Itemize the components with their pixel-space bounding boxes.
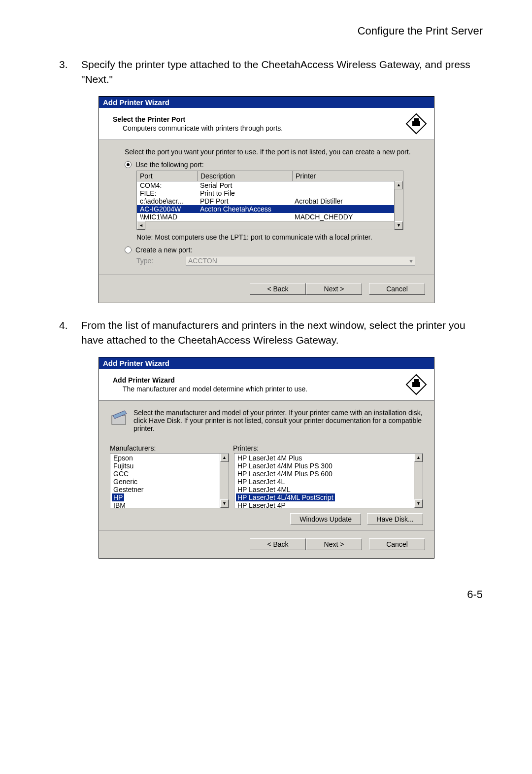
list-item[interactable]: Gestetner [110,486,229,493]
radio-use-label: Use the following port: [135,161,204,169]
back-button[interactable]: < Back [250,283,306,295]
list-item[interactable]: Fujitsu [110,462,229,470]
wizard-titlebar: Add Printer Wizard [99,357,434,369]
wizard-intro-text: Select the port you want your printer to… [125,148,415,156]
radio-selected-icon [125,161,132,168]
type-select: ACCTON ▾ [186,256,415,266]
scroll-down-icon[interactable]: ▼ [414,499,423,508]
printer-icon [405,374,427,395]
horizontal-scrollbar[interactable]: ◄ ► [137,221,403,230]
table-row[interactable]: COM4:Serial Port [137,181,403,189]
table-row[interactable]: c:\adobe\acr...PDF PortAcrobat Distiller [137,197,403,205]
col-printer[interactable]: Printer [293,171,403,181]
scroll-up-icon[interactable]: ▲ [220,454,229,462]
manufacturers-listbox[interactable]: EpsonFujitsuGCCGenericGestetnerHPIBM ▲ ▼ [110,453,229,508]
wizard-heading: Select the Printer Port [113,115,400,123]
type-value: ACCTON [188,257,217,265]
port-table-header: Port Description Printer [137,171,403,181]
scroll-up-icon[interactable]: ▲ [395,181,403,189]
svg-rect-2 [414,118,419,121]
page-number: 6-5 [59,588,483,601]
printer-icon [405,113,427,135]
add-printer-wizard-model: Add Printer Wizard Add Printer Wizard Th… [99,357,434,559]
step-3-text: Specify the printer type attached to the… [81,57,483,87]
page-title: Configure the Print Server [59,25,483,37]
radio-use-following-port[interactable]: Use the following port: [125,161,415,169]
scroll-left-icon[interactable]: ◄ [137,221,145,230]
list-item[interactable]: HP LaserJet 4L/4ML PostScript [234,493,423,501]
svg-rect-5 [414,379,419,382]
list-item[interactable]: Generic [110,478,229,486]
chevron-down-icon: ▾ [409,257,413,265]
vertical-scrollbar[interactable]: ▲ ▼ [220,454,229,508]
list-item[interactable]: HP LaserJet 4M Plus [234,454,423,462]
step-4-number: 4. [59,318,81,348]
radio-create-label: Create a new port: [135,246,192,254]
svg-rect-4 [412,382,420,387]
have-disk-button[interactable]: Have Disk... [367,513,423,525]
step-4-text: From the list of manufacturers and print… [81,318,483,348]
manufacturers-label: Manufacturers: [110,444,233,452]
list-item[interactable]: HP LaserJet 4L [234,478,423,486]
next-button[interactable]: Next > [306,283,362,295]
svg-rect-1 [412,121,420,126]
list-item[interactable]: Epson [110,454,229,462]
back-button[interactable]: < Back [250,538,306,550]
list-item[interactable]: IBM [110,501,229,508]
list-item[interactable]: HP LaserJet 4P [234,501,423,508]
type-label: Type: [136,257,186,265]
table-row[interactable]: \\MIC1\MADMADCH_CHEDDY [137,213,403,221]
wizard-titlebar: Add Printer Wizard [99,97,434,108]
next-button[interactable]: Next > [306,538,362,550]
wizard-intro-text: Select the manufacturer and model of you… [133,409,423,432]
list-item[interactable]: HP LaserJet 4ML [234,486,423,493]
wizard-heading: Add Printer Wizard [113,376,400,384]
col-description[interactable]: Description [198,171,293,181]
list-item[interactable]: HP LaserJet 4/4M Plus PS 600 [234,470,423,478]
printers-listbox[interactable]: HP LaserJet 4M PlusHP LaserJet 4/4M Plus… [234,453,423,508]
list-item[interactable]: GCC [110,470,229,478]
wizard-subheading: Computers communicate with printers thro… [113,124,400,132]
scroll-down-icon[interactable]: ▼ [220,499,229,508]
list-item[interactable]: HP [110,493,229,501]
vertical-scrollbar[interactable]: ▲ ▼ [414,454,423,508]
table-row[interactable]: FILE:Print to File [137,189,403,197]
port-table[interactable]: Port Description Printer COM4:Serial Por… [136,171,403,230]
radio-create-new-port[interactable]: Create a new port: [125,246,415,254]
scroll-down-icon[interactable]: ▼ [395,221,403,230]
disk-icon [110,409,128,426]
table-row[interactable]: AC-IG2004WAccton CheetahAccess [137,205,403,213]
printers-label: Printers: [233,444,259,452]
col-port[interactable]: Port [137,171,198,181]
port-note: Note: Most computers use the LPT1: port … [136,233,415,241]
cancel-button[interactable]: Cancel [369,538,425,550]
cancel-button[interactable]: Cancel [369,283,425,295]
vertical-scrollbar[interactable]: ▲ ▼ [394,181,403,230]
step-3-number: 3. [59,57,81,87]
list-item[interactable]: HP LaserJet 4/4M Plus PS 300 [234,462,423,470]
scroll-up-icon[interactable]: ▲ [414,454,423,462]
add-printer-wizard-port: Add Printer Wizard Select the Printer Po… [99,96,434,303]
radio-unselected-icon [125,246,132,253]
windows-update-button[interactable]: Windows Update [290,513,361,525]
wizard-subheading: The manufacturer and model determine whi… [113,385,400,393]
